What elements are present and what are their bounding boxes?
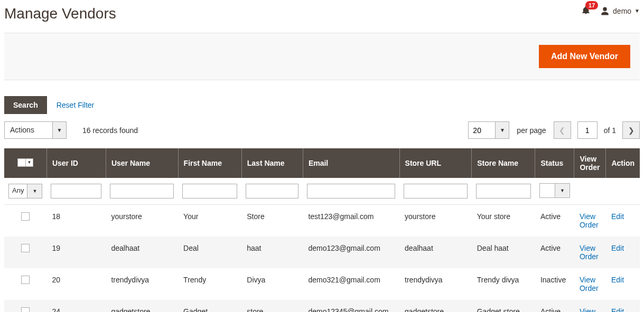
controls-left: Actions ▼ 16 records found	[4, 121, 138, 139]
cell-user-id: 24	[46, 300, 106, 312]
caret-down-icon: ▼	[634, 8, 640, 14]
cell-first-name: Your	[178, 205, 241, 237]
table-row[interactable]: 18yourstoreYourStoretest123@gmail.comyou…	[4, 205, 640, 237]
row-checkbox[interactable]	[21, 276, 30, 284]
actions-label: Actions	[5, 122, 52, 138]
cell-email: demo321@gmail.com	[303, 268, 399, 300]
cell-store-url: yourstore	[399, 205, 472, 237]
page-size-dropdown[interactable]: ▼	[468, 121, 509, 139]
cell-user-id: 20	[46, 268, 106, 300]
filter-any-label: Any	[9, 184, 27, 198]
filter-bar: Search Reset Filter	[4, 96, 640, 114]
chevron-down-icon: ▼	[495, 122, 509, 138]
cell-status: Active	[535, 205, 574, 237]
records-found-label: 16 records found	[82, 126, 138, 135]
view-order-link[interactable]: View Order	[580, 307, 599, 312]
filter-status-dropdown[interactable]: ▼	[539, 183, 570, 198]
row-checkbox[interactable]	[21, 212, 30, 221]
view-order-link[interactable]: View Order	[580, 276, 599, 292]
table-row[interactable]: 19dealhaatDealhaatdemo123@gmail.comdealh…	[4, 237, 640, 268]
page-size-input[interactable]	[469, 122, 495, 138]
caret-down-icon: ▼	[26, 158, 33, 167]
cell-first-name: Trendy	[178, 268, 241, 300]
vendors-table: ▼ User ID User Name First Name Last Name…	[4, 148, 640, 312]
action-bar: Add New Vendor	[4, 33, 640, 80]
filter-first-name[interactable]	[182, 184, 237, 198]
pager: ❮ of 1 ❯	[554, 121, 640, 139]
cell-store-name: Deal haat	[472, 237, 535, 268]
cell-store-url: dealhaat	[399, 237, 472, 268]
cell-first-name: Deal	[178, 237, 241, 268]
cell-user-name: gadgetstore	[106, 300, 178, 312]
cell-status: Inactive	[535, 268, 574, 300]
col-status[interactable]: Status	[535, 148, 574, 178]
filter-user-name[interactable]	[110, 184, 174, 198]
table-row[interactable]: 24gadgetstoreGadgetstoredemo12345@gmail.…	[4, 300, 640, 312]
filter-last-name[interactable]	[246, 184, 298, 198]
edit-link[interactable]: Edit	[611, 276, 624, 284]
username-label: demo	[613, 7, 631, 15]
edit-link[interactable]: Edit	[611, 212, 624, 221]
chevron-down-icon: ▼	[27, 184, 42, 198]
notification-badge: 17	[585, 1, 598, 10]
chevron-left-icon: ❮	[559, 126, 565, 135]
filter-status-label	[540, 184, 555, 197]
cell-user-name: dealhaat	[106, 237, 178, 268]
cell-user-id: 18	[46, 205, 106, 237]
per-page-label: per page	[517, 126, 546, 135]
current-page-input[interactable]	[577, 121, 598, 139]
cell-store-url: trendydivya	[399, 268, 472, 300]
next-page-button[interactable]: ❯	[622, 121, 640, 139]
cell-email: demo123@gmail.com	[303, 237, 399, 268]
notifications-button[interactable]: 17	[581, 5, 591, 16]
cell-user-name: yourstore	[106, 205, 178, 237]
row-checkbox[interactable]	[21, 244, 30, 252]
col-last-name[interactable]: Last Name	[241, 148, 303, 178]
filter-row: Any ▼ ▼	[4, 178, 640, 205]
cell-user-id: 19	[46, 237, 106, 268]
chevron-right-icon: ❯	[628, 126, 634, 135]
prev-page-button[interactable]: ❮	[554, 121, 571, 139]
controls-row: Actions ▼ 16 records found ▼ per page ❮ …	[4, 121, 640, 139]
chevron-down-icon: ▼	[52, 122, 66, 138]
table-header-row: ▼ User ID User Name First Name Last Name…	[4, 148, 640, 178]
col-email[interactable]: Email	[303, 148, 399, 178]
reset-filter-link[interactable]: Reset Filter	[57, 101, 95, 109]
cell-email: test123@gmail.com	[303, 205, 399, 237]
col-store-name[interactable]: Store Name	[472, 148, 535, 178]
mass-actions-dropdown[interactable]: Actions ▼	[4, 121, 67, 139]
col-user-name[interactable]: User Name	[106, 148, 178, 178]
page-of-label: of 1	[604, 126, 616, 135]
edit-link[interactable]: Edit	[611, 244, 624, 252]
col-action: Action	[606, 148, 640, 178]
cell-store-name: Trendy divya	[472, 268, 535, 300]
cell-first-name: Gadget	[178, 300, 241, 312]
select-all-header[interactable]: ▼	[4, 148, 46, 178]
filter-email[interactable]	[307, 184, 395, 198]
col-store-url[interactable]: Store URL	[399, 148, 472, 178]
table-row[interactable]: 20trendydivyaTrendyDivyademo321@gmail.co…	[4, 268, 640, 300]
cell-last-name: store	[241, 300, 303, 312]
filter-store-url[interactable]	[404, 184, 468, 198]
header-actions: 17 demo ▼	[581, 5, 640, 16]
filter-store-name[interactable]	[476, 184, 531, 198]
filter-any-dropdown[interactable]: Any ▼	[8, 184, 42, 198]
view-order-link[interactable]: View Order	[580, 244, 599, 261]
edit-link[interactable]: Edit	[611, 307, 624, 312]
search-button[interactable]: Search	[4, 96, 47, 114]
cell-store-name: Gadget store	[472, 300, 535, 312]
page-header: Manage Vendors 17 demo ▼	[4, 0, 640, 33]
cell-email: demo12345@gmail.com	[303, 300, 399, 312]
col-user-id[interactable]: User ID	[46, 148, 106, 178]
add-new-vendor-button[interactable]: Add New Vendor	[539, 45, 630, 68]
cell-status: Active	[535, 300, 574, 312]
page-title: Manage Vendors	[4, 5, 116, 22]
user-menu[interactable]: demo ▼	[600, 6, 640, 16]
row-checkbox[interactable]	[21, 307, 30, 312]
filter-user-id[interactable]	[51, 184, 101, 198]
col-first-name[interactable]: First Name	[178, 148, 241, 178]
view-order-link[interactable]: View Order	[580, 212, 599, 229]
col-view-order: View Order	[574, 148, 606, 178]
controls-right: ▼ per page ❮ of 1 ❯	[468, 121, 640, 139]
cell-last-name: Divya	[241, 268, 303, 300]
